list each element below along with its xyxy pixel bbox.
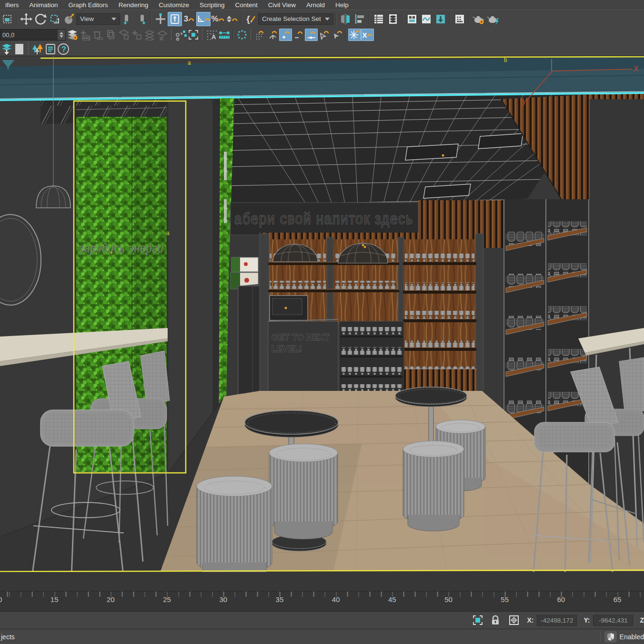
- plus-snap-button[interactable]: [279, 29, 292, 41]
- pivot-controls-icon[interactable]: [174, 29, 187, 41]
- menu-item[interactable]: Help: [330, 1, 354, 9]
- moss-wall-text: зарядись энерги: [79, 241, 164, 256]
- menu-item[interactable]: Scripting: [194, 1, 230, 9]
- sign-board[interactable]: абери свой напиток здесь: [231, 203, 418, 235]
- curve-editor-button[interactable]: [419, 12, 433, 26]
- forest-tool-icon[interactable]: [31, 43, 44, 55]
- frame-label[interactable]: 35: [252, 595, 308, 603]
- frame-label[interactable]: 65: [589, 595, 644, 603]
- y-coordinate-field[interactable]: -9642,431: [593, 615, 633, 626]
- lock-icon[interactable]: [489, 614, 502, 626]
- frame-label[interactable]: 20: [82, 595, 139, 603]
- select-manipulate-icon[interactable]: [134, 12, 149, 26]
- coordinate-spinner[interactable]: 00,0: [0, 29, 66, 41]
- menu-item[interactable]: Civil View: [263, 1, 301, 9]
- grid-snap-button[interactable]: [253, 29, 266, 41]
- x-snap-button[interactable]: X: [361, 29, 374, 41]
- stool[interactable]: [197, 476, 272, 582]
- safe-scene-shield-icon[interactable]: [604, 631, 617, 643]
- layer-home-icon[interactable]: [117, 29, 130, 41]
- report-icon[interactable]: [44, 43, 57, 55]
- minus-snap-button[interactable]: [292, 29, 305, 41]
- copy-layer-icon[interactable]: [104, 29, 117, 41]
- civil-layers-icon[interactable]: [0, 43, 13, 55]
- ribbon-toggle-button[interactable]: [405, 12, 419, 26]
- delete-layer-icon[interactable]: [91, 29, 104, 41]
- right-wall[interactable]: [590, 99, 644, 523]
- select-rotate-icon[interactable]: [33, 12, 48, 26]
- product-boxes[interactable]: [231, 257, 258, 289]
- select-scale-icon[interactable]: [48, 12, 62, 26]
- axis-x-label: X: [634, 65, 639, 73]
- manage-layers-button[interactable]: [66, 29, 79, 41]
- schematic-view-button[interactable]: [433, 12, 448, 26]
- transform-target-icon[interactable]: [187, 29, 200, 41]
- freeze-snap-button[interactable]: [348, 29, 361, 41]
- frame-label[interactable]: 45: [364, 595, 420, 603]
- mirror-button[interactable]: [338, 12, 352, 26]
- stool[interactable]: [403, 441, 464, 531]
- create-layer-icon[interactable]: [79, 29, 91, 41]
- keyboard-override-icon[interactable]: [153, 12, 168, 26]
- remove-layer-icon[interactable]: [156, 29, 169, 41]
- frame-label[interactable]: 15: [26, 595, 82, 603]
- selection-lock-region-icon[interactable]: [471, 614, 484, 626]
- marker-a2-label: a: [166, 230, 170, 236]
- soft-selection-icon[interactable]: [235, 29, 248, 41]
- frame-label[interactable]: 30: [195, 595, 252, 603]
- snap-3d-button[interactable]: 3: [182, 12, 196, 26]
- scene-explorer-button[interactable]: [386, 12, 400, 26]
- frame-label[interactable]: 40: [308, 595, 364, 603]
- separator: [345, 29, 346, 41]
- menu-item[interactable]: Graph Editors: [63, 1, 113, 9]
- reference-coordinate-value: View: [80, 15, 94, 22]
- perspective-viewport[interactable]: X y зарядись энерги: [0, 56, 644, 591]
- isolate-selection-button[interactable]: [168, 12, 182, 26]
- frame-label[interactable]: 55: [477, 595, 533, 603]
- frame-label[interactable]: 10: [0, 595, 26, 603]
- help-button[interactable]: ?: [57, 43, 70, 55]
- edit-named-selections-button[interactable]: {: [244, 12, 258, 26]
- frame-label[interactable]: 25: [139, 595, 195, 603]
- collapse-layer-icon[interactable]: [143, 29, 156, 41]
- use-pivot-center-icon[interactable]: [120, 12, 134, 26]
- frame-label[interactable]: 60: [533, 595, 589, 603]
- layer-explorer-button[interactable]: [372, 12, 386, 26]
- select-region-icon[interactable]: [0, 12, 14, 26]
- slider-snap-button[interactable]: [305, 29, 318, 41]
- measure-distance-icon[interactable]: [218, 29, 231, 41]
- frame-label[interactable]: 50: [420, 595, 476, 603]
- vertex-snap-button[interactable]: [266, 29, 279, 41]
- angle-snap-button[interactable]: [196, 12, 211, 26]
- grid-a-icon[interactable]: A: [205, 29, 218, 41]
- spinner-snap-button[interactable]: [225, 12, 239, 26]
- menu-item[interactable]: Arnold: [301, 1, 330, 9]
- tv-screen[interactable]: [270, 296, 308, 324]
- utilities-grid-button[interactable]: [453, 12, 467, 26]
- menu-item[interactable]: Animation: [24, 1, 63, 9]
- stool[interactable]: [269, 444, 338, 539]
- menu-item[interactable]: Content: [230, 1, 262, 9]
- lower-shelf-unit[interactable]: [339, 321, 404, 397]
- spinner-stepper[interactable]: [58, 30, 65, 40]
- percent-snap-button[interactable]: %: [211, 12, 225, 26]
- add-to-layer-icon[interactable]: [130, 29, 143, 41]
- x-coordinate-field[interactable]: -42498,172: [537, 615, 577, 626]
- cursor-filled-snap-button[interactable]: [331, 29, 343, 41]
- blank-swatch-icon[interactable]: [13, 43, 26, 55]
- separator: [335, 13, 336, 25]
- timeline-track-bar[interactable]: 101520253035404550556065: [0, 591, 644, 612]
- marker-a-label: a: [188, 60, 191, 66]
- render-setup-button[interactable]: [472, 12, 486, 26]
- menu-item[interactable]: Rendering: [113, 1, 153, 9]
- align-button[interactable]: [352, 12, 367, 26]
- menu-item[interactable]: Customize: [153, 1, 194, 9]
- reference-coordinate-dropdown[interactable]: View: [76, 13, 120, 25]
- named-selection-set-dropdown[interactable]: Create Selection Set: [258, 13, 333, 25]
- select-move-icon[interactable]: [19, 12, 33, 26]
- rendered-frame-button[interactable]: [486, 12, 500, 26]
- select-place-icon[interactable]: [62, 12, 76, 26]
- cursor-snap-button[interactable]: [318, 29, 331, 41]
- absolute-mode-icon[interactable]: [507, 614, 520, 626]
- menu-item[interactable]: ifiers: [0, 1, 24, 9]
